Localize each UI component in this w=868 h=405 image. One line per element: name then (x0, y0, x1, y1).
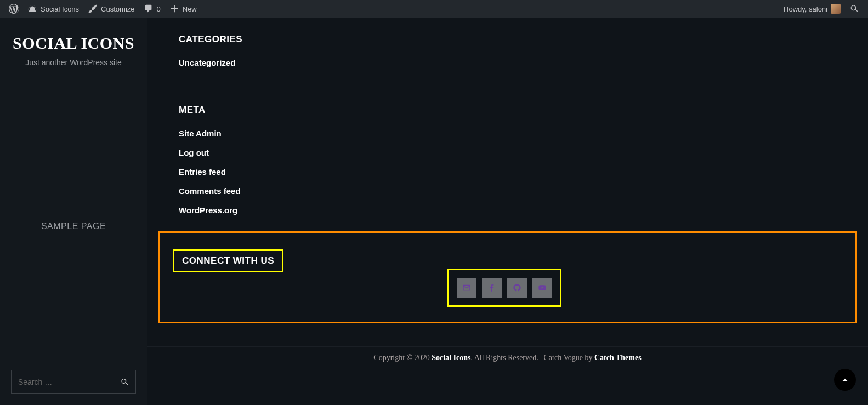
chevron-up-icon (841, 376, 849, 384)
admin-new-label: New (183, 5, 197, 13)
admin-comment-count: 0 (157, 5, 161, 13)
wp-admin-bar: Social Icons Customize 0 New Howdy, salo… (0, 0, 868, 18)
admin-search-link[interactable] (845, 0, 864, 18)
footer-copyright: Copyright © 2020 (373, 353, 432, 362)
footer-theme-link[interactable]: Catch Themes (594, 353, 642, 362)
nav-sample-page[interactable]: SAMPLE PAGE (0, 221, 147, 231)
youtube-icon (538, 283, 547, 292)
main-content: CATEGORIES Uncategorized META Site Admin… (147, 18, 868, 405)
search-form (11, 370, 136, 394)
search-icon (849, 4, 859, 14)
brush-icon (88, 4, 98, 14)
admin-user-link[interactable]: Howdy, saloni (779, 0, 845, 18)
meta-link-entries-feed[interactable]: Entries feed (179, 167, 836, 176)
admin-site-link[interactable]: Social Icons (23, 0, 83, 18)
site-tagline: Just another WordPress site (0, 58, 147, 67)
meta-link-site-admin[interactable]: Site Admin (179, 129, 836, 138)
connect-title-highlighted: CONNECT WITH US (173, 249, 283, 272)
admin-new-link[interactable]: New (165, 0, 201, 18)
footer-rights: . All Rights Reserved. | Catch Vogue by (470, 353, 594, 362)
meta-link-wordpress[interactable]: WordPress.org (179, 206, 836, 215)
user-avatar (831, 4, 841, 14)
social-facebook-button[interactable] (482, 278, 502, 298)
site-footer: Copyright © 2020 Social Icons. All Right… (147, 346, 868, 373)
connect-title: CONNECT WITH US (182, 255, 274, 266)
site-sidebar: SOCIAL ICONS Just another WordPress site… (0, 18, 147, 405)
plus-icon (169, 4, 179, 14)
wp-logo[interactable] (4, 0, 23, 18)
github-icon (513, 283, 521, 292)
meta-link-logout[interactable]: Log out (179, 148, 836, 157)
email-icon (462, 283, 471, 292)
admin-howdy-text: Howdy, saloni (784, 5, 827, 13)
scroll-to-top-button[interactable] (834, 369, 856, 391)
site-title[interactable]: SOCIAL ICONS (0, 34, 147, 53)
social-icons-highlighted (447, 269, 561, 307)
wordpress-icon (9, 4, 19, 14)
category-link-uncategorized[interactable]: Uncategorized (179, 58, 836, 67)
social-email-button[interactable] (457, 278, 476, 298)
categories-widget-title: CATEGORIES (179, 34, 836, 45)
search-submit-icon[interactable] (120, 378, 129, 386)
meta-link-comments-feed[interactable]: Comments feed (179, 186, 836, 196)
comment-icon (144, 4, 154, 14)
dashboard-icon (27, 4, 37, 14)
meta-widget-title: META (179, 105, 836, 116)
admin-customize-label: Customize (101, 5, 134, 13)
facebook-icon (487, 283, 496, 292)
connect-section-highlighted: CONNECT WITH US (158, 231, 857, 323)
social-youtube-button[interactable] (532, 278, 552, 298)
footer-site-link[interactable]: Social Icons (432, 353, 470, 362)
search-input[interactable] (18, 378, 120, 386)
social-github-button[interactable] (507, 278, 527, 298)
admin-site-name: Social Icons (41, 5, 79, 13)
admin-customize-link[interactable]: Customize (83, 0, 139, 18)
admin-comments-link[interactable]: 0 (139, 0, 165, 18)
